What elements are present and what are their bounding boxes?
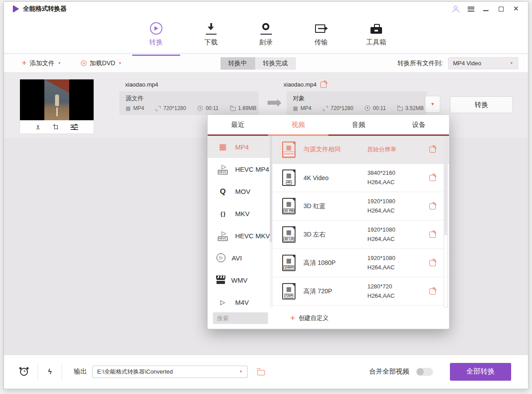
- preset-item[interactable]: 720P 高清 720P 1280*720 H264,AAC: [272, 277, 449, 306]
- account-button[interactable]: [449, 4, 462, 14]
- output-path-select[interactable]: E:\全能格式转换器\Converted ▼: [92, 366, 248, 378]
- hevc-play-icon: [217, 164, 229, 174]
- convert-all-button[interactable]: 全部转换: [450, 363, 511, 381]
- app-title: 全能格式转换器: [23, 5, 67, 13]
- chevron-down-icon: ▼: [58, 62, 61, 65]
- popup-tab[interactable]: 最近: [208, 115, 268, 136]
- format-item[interactable]: MOV: [208, 180, 272, 202]
- close-icon: ✕: [513, 5, 519, 12]
- queue-tabs: 转换中 转换完成: [221, 57, 296, 70]
- merge-videos-label: 合并全部视频: [369, 367, 409, 376]
- preset-edit-icon[interactable]: [430, 175, 436, 181]
- convert-all-to-label: 转换所有文件到:: [398, 59, 443, 67]
- film-icon: [293, 106, 298, 111]
- hamburger-icon: [468, 7, 474, 12]
- nav-tab[interactable]: 传输: [303, 20, 339, 53]
- tab-converting[interactable]: 转换中: [221, 57, 255, 70]
- burn-icon: [260, 23, 272, 35]
- nav-tab[interactable]: 下载: [193, 20, 229, 53]
- clock-icon: [197, 106, 203, 111]
- window-controls: ✕: [449, 4, 523, 14]
- output-label: 输出: [74, 367, 87, 376]
- format-item[interactable]: HEVC MP4: [208, 158, 272, 180]
- preset-list: source 与源文件相同 原始分辨率 4K 4K Video 3840*216…: [272, 136, 449, 306]
- clock-icon: [365, 106, 370, 111]
- target-format-dropdown-button[interactable]: ▼: [425, 96, 440, 113]
- preset-edit-icon[interactable]: [430, 203, 436, 209]
- toolbar: + 添加文件 ▼ 加载DVD ▼ 转换中 转换完成 转换所有文件到: MP4 V…: [4, 54, 528, 73]
- preset-item[interactable]: 4K 4K Video 3840*2160 H264,AAC: [272, 164, 449, 192]
- format-item[interactable]: HEVC MKV: [208, 225, 272, 247]
- open-folder-icon[interactable]: [257, 370, 265, 375]
- download-icon: [206, 23, 217, 35]
- preset-edit-icon[interactable]: [430, 146, 436, 153]
- add-files-button[interactable]: + 添加文件 ▼: [22, 59, 61, 67]
- preset-edit-icon[interactable]: [430, 260, 436, 266]
- preset-item[interactable]: 1080P 高清 1080P 1920*1080 H264,AAC: [272, 249, 449, 277]
- convert-button[interactable]: 转换: [450, 96, 513, 113]
- play-circle-icon: [217, 253, 225, 262]
- popup-footer: + 创建自定义: [208, 307, 449, 329]
- preset-file-icon: source: [282, 142, 296, 158]
- format-item[interactable]: AVI: [208, 247, 272, 269]
- target-filename: xiaodao.mp4: [284, 81, 327, 88]
- video-thumbnail: [20, 79, 94, 120]
- format-list-scrollbar[interactable]: [270, 136, 272, 307]
- preset-item[interactable]: 3D LR 3D 左右 1920*1080 H264,AAC: [272, 221, 449, 249]
- tab-converted[interactable]: 转换完成: [255, 57, 296, 70]
- quicktime-icon: [217, 188, 229, 195]
- arrow-right-icon: [268, 101, 277, 105]
- load-dvd-button[interactable]: 加载DVD ▼: [81, 59, 122, 67]
- minimize-icon: [483, 10, 489, 11]
- disc-icon: [81, 60, 87, 66]
- play-flag-icon: [217, 299, 229, 305]
- format-item[interactable]: MKV: [208, 202, 272, 225]
- braces-icon: [217, 210, 229, 217]
- nav-tab[interactable]: 转换: [138, 20, 174, 53]
- effects-sliders-icon[interactable]: [71, 124, 78, 130]
- minimize-button[interactable]: [479, 4, 493, 14]
- close-button[interactable]: ✕: [509, 4, 523, 14]
- popup-tab[interactable]: 设备: [389, 115, 449, 136]
- rename-edit-icon[interactable]: [320, 82, 327, 88]
- nav-tab[interactable]: 刻录: [248, 20, 284, 53]
- bottom-bar: ϟ 输出 E:\全能格式转换器\Converted ▼ 合并全部视频 全部转换: [4, 355, 528, 388]
- schedule-alarm-icon[interactable]: [20, 368, 28, 376]
- high-speed-bolt-icon[interactable]: ϟ: [48, 367, 51, 376]
- preset-item[interactable]: source 与源文件相同 原始分辨率: [272, 136, 449, 164]
- target-info-panel: 对象 MP4 720*1280 00:11 3.52MB: [287, 91, 427, 115]
- merge-toggle[interactable]: [416, 368, 433, 376]
- preset-column: source 与源文件相同 原始分辨率 4K 4K Video 3840*216…: [272, 136, 449, 307]
- preset-file-icon: 720P: [282, 283, 296, 299]
- preset-edit-icon[interactable]: [430, 288, 436, 295]
- format-list: MP4 HEVC MP4 MOV MKV HEVC MKV: [208, 136, 272, 307]
- folder-icon: [398, 107, 403, 111]
- output-path-value: E:\全能格式转换器\Converted: [97, 368, 173, 376]
- preset-list-scrollbar[interactable]: [444, 136, 448, 307]
- source-info-panel: 源文件 MP4 720*1280 00:11 1.69MB: [119, 91, 259, 115]
- format-item[interactable]: WMV: [208, 269, 272, 291]
- preset-file-icon: 4K: [282, 169, 296, 186]
- main-nav: 转换 下载 刻录 传输 工具箱: [4, 16, 528, 54]
- film-icon: [217, 143, 229, 151]
- folder-icon: [230, 107, 236, 111]
- preset-item[interactable]: 3D RB 3D 红蓝 1920*1080 H264,AAC: [272, 192, 449, 221]
- maximize-icon: [499, 7, 504, 12]
- convert-icon: [150, 22, 162, 35]
- nav-tab[interactable]: 工具箱: [359, 20, 394, 53]
- chevron-down-icon: ▼: [510, 62, 513, 65]
- search-input[interactable]: [213, 312, 268, 324]
- format-item[interactable]: M4V: [208, 291, 272, 307]
- popup-tab[interactable]: 视频: [268, 115, 328, 136]
- maximize-button[interactable]: [494, 4, 508, 14]
- popup-tab[interactable]: 音频: [328, 115, 389, 136]
- format-column: MP4 HEVC MP4 MOV MKV HEVC MKV: [208, 136, 272, 307]
- source-filename: xiaodao.mp4: [125, 81, 158, 88]
- crop-icon[interactable]: [53, 124, 59, 130]
- output-format-select[interactable]: MP4 Video ▼: [448, 57, 518, 69]
- preset-edit-icon[interactable]: [430, 232, 436, 238]
- create-custom-button[interactable]: + 创建自定义: [290, 314, 329, 322]
- menu-button[interactable]: [464, 4, 477, 14]
- format-item[interactable]: MP4: [208, 136, 272, 158]
- trim-scissors-icon[interactable]: [35, 123, 41, 131]
